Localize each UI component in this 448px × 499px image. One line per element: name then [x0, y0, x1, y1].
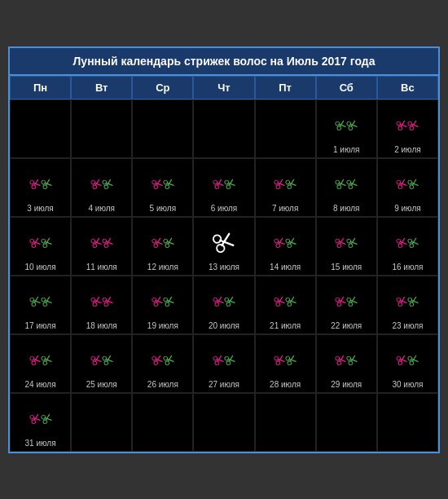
svg-point-130 — [42, 302, 47, 307]
scissors-container — [195, 280, 252, 320]
day-cell: 4 июля — [71, 158, 132, 217]
scissors-container — [73, 338, 130, 378]
day-cell: 31 июля — [10, 393, 71, 452]
svg-point-48 — [274, 180, 279, 185]
svg-point-166 — [337, 302, 342, 307]
day-label: 23 июля — [392, 321, 423, 330]
svg-point-178 — [410, 302, 415, 307]
svg-point-40 — [213, 180, 217, 185]
day-header: Вт — [71, 76, 132, 99]
svg-point-146 — [165, 302, 169, 307]
svg-point-90 — [153, 243, 158, 248]
scissors-container — [257, 221, 314, 261]
day-cell: 25 июля — [71, 334, 132, 393]
svg-point-10 — [398, 126, 403, 130]
day-header: Сб — [316, 76, 377, 99]
scissors-row — [152, 172, 174, 195]
day-header: Ср — [132, 76, 193, 99]
day-header: Пн — [10, 76, 71, 99]
svg-point-16 — [29, 180, 34, 185]
svg-point-14 — [410, 126, 415, 130]
day-label: 31 июля — [25, 439, 56, 448]
svg-point-72 — [29, 239, 34, 244]
svg-point-34 — [153, 184, 158, 189]
svg-point-4 — [347, 121, 352, 126]
scissors-row — [29, 407, 52, 430]
scissors-row — [90, 289, 113, 312]
svg-point-118 — [398, 243, 403, 248]
day-label: 10 июля — [25, 263, 56, 272]
scissors-row — [274, 172, 296, 195]
svg-point-162 — [287, 302, 292, 307]
scissors-container — [73, 280, 130, 320]
day-label: 2 июля — [394, 145, 420, 154]
scissors-container — [12, 280, 68, 320]
scissors-container — [195, 338, 252, 378]
svg-point-164 — [336, 298, 340, 302]
day-label: 8 июля — [333, 204, 359, 213]
day-cell: 3 июля — [10, 158, 71, 217]
day-cell: 28 июля — [255, 334, 316, 393]
svg-point-92 — [163, 239, 168, 244]
svg-point-234 — [410, 360, 415, 365]
day-cell: 27 июля — [193, 334, 254, 393]
svg-point-222 — [337, 360, 342, 365]
day-label: 13 июля — [209, 263, 239, 272]
day-cell: 2 июля — [377, 99, 438, 158]
scissors-container — [134, 221, 191, 261]
scissors-container — [134, 280, 191, 320]
svg-point-52 — [285, 180, 290, 185]
day-label: 12 июля — [147, 263, 178, 272]
scissors-row — [152, 289, 174, 312]
svg-point-232 — [408, 356, 413, 361]
day-cell: 9 июля — [377, 158, 438, 217]
scissors-row — [152, 348, 174, 371]
day-cell: 17 июля — [10, 276, 71, 334]
scissors-row — [396, 231, 419, 254]
svg-point-172 — [397, 298, 402, 302]
svg-point-206 — [214, 360, 219, 365]
day-label: 21 июля — [270, 321, 301, 330]
day-cell: 18 июля — [71, 276, 132, 334]
day-cell: 13 июля — [193, 217, 254, 276]
svg-point-6 — [349, 126, 354, 130]
day-cell: 21 июля — [255, 276, 316, 334]
svg-point-86 — [103, 243, 108, 248]
scissors-row — [335, 289, 358, 312]
day-label: 7 июля — [272, 204, 298, 213]
scissors-container — [73, 221, 130, 261]
scissors-container — [380, 338, 436, 378]
day-cell — [255, 393, 316, 452]
day-cell: 5 июля — [132, 158, 193, 217]
svg-point-202 — [165, 360, 169, 365]
day-label: 1 июля — [333, 145, 359, 154]
scissors-row — [29, 289, 52, 312]
day-cell — [316, 393, 377, 452]
day-cell — [255, 99, 316, 158]
svg-point-152 — [224, 298, 229, 302]
svg-point-228 — [397, 356, 402, 361]
day-cell: 29 июля — [316, 334, 377, 393]
svg-point-70 — [410, 184, 415, 189]
svg-point-184 — [41, 356, 46, 361]
day-cell: 15 июля — [316, 217, 377, 276]
scissors-container — [12, 397, 68, 437]
svg-point-180 — [29, 356, 34, 361]
scissors-row — [29, 231, 52, 254]
svg-point-134 — [92, 302, 97, 307]
day-label: 17 июля — [25, 321, 56, 330]
scissors-row — [274, 289, 296, 312]
scissors-row — [335, 172, 358, 195]
svg-point-76 — [41, 239, 46, 244]
day-label: 14 июля — [270, 263, 301, 272]
svg-point-100 — [274, 239, 279, 244]
svg-point-136 — [102, 298, 107, 302]
scissors-container — [195, 162, 252, 202]
svg-point-220 — [336, 356, 340, 361]
day-cell — [377, 393, 438, 452]
scissors-container — [318, 338, 375, 378]
day-label: 9 июля — [394, 204, 420, 213]
scissors-container — [12, 221, 68, 261]
scissors-row — [274, 231, 296, 254]
calendar-title: Лунный календарь стрижек волос на Июль 2… — [10, 48, 438, 76]
